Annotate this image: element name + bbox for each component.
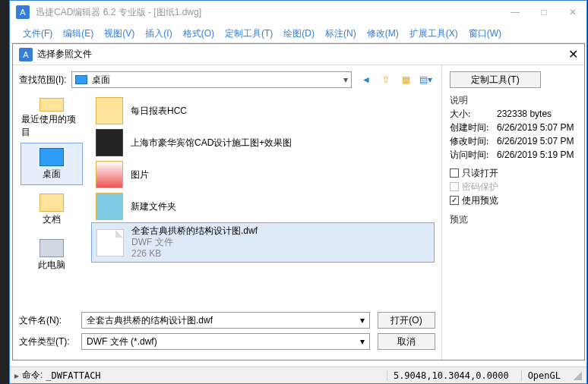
preview-title: 预览: [450, 213, 577, 226]
menu-window[interactable]: 窗口(W): [463, 24, 507, 42]
place-desktop-label: 桌面: [43, 168, 61, 181]
folder-icon: [96, 161, 123, 188]
filetype-value: DWF 文件 (*.dwf): [87, 335, 157, 348]
desktop-icon: [40, 148, 64, 166]
menu-file[interactable]: 文件(F): [17, 24, 58, 42]
file-name: 上海市豪华宾馆CAD设计施工图+效果图: [131, 137, 292, 149]
file-name: 图片: [131, 169, 149, 181]
place-this-pc-label: 此电脑: [38, 259, 65, 272]
menu-format[interactable]: 格式(O): [178, 24, 220, 42]
file-dialog: A 选择参照文件 ✕ 查找范围(I): 桌面 ▾ ◄ ⇧ ▦ ▤▾: [12, 43, 585, 360]
look-in-value: 桌面: [92, 74, 110, 87]
dialog-icon: A: [19, 48, 33, 61]
file-name: 每日报表HCC: [131, 105, 187, 117]
chevron-down-icon: ▾: [343, 74, 348, 85]
file-name: 全套古典拱桥的结构设计图.dwf: [131, 225, 258, 237]
place-recent-label: 最近使用的项目: [21, 113, 82, 139]
filename-value: 全套古典拱桥的结构设计图.dwf: [87, 314, 213, 327]
recent-icon: [40, 98, 64, 112]
checkbox-icon: [450, 182, 459, 191]
minimize-button[interactable]: —: [507, 7, 523, 17]
file-size: 226 KB: [131, 248, 258, 260]
command-value: _DWFATTACH: [46, 370, 100, 381]
readonly-checkbox[interactable]: 只读打开: [450, 166, 577, 180]
readonly-label: 只读打开: [462, 167, 498, 180]
back-icon[interactable]: ◄: [359, 73, 373, 87]
atime-value: 6/26/2019 5:19 PM: [497, 148, 574, 162]
chevron-down-icon: ▾: [360, 315, 365, 326]
chevron-down-icon: ▾: [360, 336, 365, 347]
app-icon: A: [16, 5, 30, 19]
ctime-value: 6/26/2019 5:07 PM: [497, 121, 574, 134]
documents-icon: [40, 194, 64, 212]
filetype-combo[interactable]: DWF 文件 (*.dwf)▾: [81, 333, 370, 350]
size-value: 232338 bytes: [497, 107, 552, 121]
new-folder-icon[interactable]: ▦: [399, 73, 413, 87]
window-title: 迅捷CAD编辑器 6.2 专业版 - [图纸1.dwg]: [36, 6, 507, 19]
place-recent[interactable]: 最近使用的项目: [21, 97, 83, 140]
preview-label: 使用预览: [462, 194, 498, 207]
place-desktop[interactable]: 桌面: [21, 143, 83, 185]
checkbox-icon: ✓: [450, 196, 459, 205]
ctime-label: 创建时间:: [450, 121, 492, 134]
places-bar: 最近使用的项目 桌面 文档 此电脑: [19, 94, 84, 305]
menu-modify[interactable]: 修改(M): [362, 24, 404, 42]
filename-label: 文件名(N):: [19, 314, 74, 327]
file-name: 新建文件夹: [131, 201, 176, 212]
maximize-button[interactable]: □: [536, 7, 552, 17]
pc-icon: [40, 239, 64, 257]
menu-view[interactable]: 视图(V): [99, 24, 140, 42]
menu-edit[interactable]: 编辑(E): [58, 24, 99, 42]
folder-icon: [96, 193, 123, 220]
command-label: 命令:: [22, 369, 43, 382]
file-list[interactable]: 每日报表HCC 上海市豪华宾馆CAD设计施工图+效果图 图片 新建文件夹 全套古…: [90, 94, 435, 305]
dialog-close-button[interactable]: ✕: [568, 47, 578, 61]
folder-icon: [96, 97, 123, 124]
cancel-button[interactable]: 取消: [378, 333, 435, 350]
side-panel: 定制工具(T) 说明 大小:232338 bytes 创建时间:6/26/201…: [441, 65, 584, 360]
filetype-label: 文件类型(T):: [19, 335, 74, 348]
menu-dimension[interactable]: 标注(N): [320, 24, 362, 42]
size-label: 大小:: [450, 107, 492, 121]
menu-insert[interactable]: 插入(I): [140, 24, 177, 42]
view-menu-icon[interactable]: ▤▾: [419, 73, 432, 87]
look-in-label: 查找范围(I):: [19, 74, 67, 87]
dialog-title: 选择参照文件: [37, 48, 568, 61]
close-button[interactable]: ✕: [565, 7, 580, 17]
title-bar: A 迅捷CAD编辑器 6.2 专业版 - [图纸1.dwg] — □ ✕: [10, 1, 586, 24]
status-bar: ▸命令: _DWFATTACH 5.9048,10.3044,0.0000 Op…: [10, 367, 586, 383]
chevron-right-icon: ▸: [14, 370, 19, 381]
mtime-value: 6/26/2019 5:07 PM: [497, 134, 574, 148]
up-icon[interactable]: ⇧: [379, 73, 393, 87]
menu-tools[interactable]: 定制工具(T): [220, 24, 278, 42]
folder-item[interactable]: 图片: [91, 159, 435, 190]
open-button[interactable]: 打开(O): [378, 312, 435, 329]
menu-bar: 文件(F) 编辑(E) 视图(V) 插入(I) 格式(O) 定制工具(T) 绘图…: [10, 24, 586, 43]
look-in-combo[interactable]: 桌面 ▾: [71, 71, 352, 88]
folder-item[interactable]: 每日报表HCC: [91, 95, 435, 127]
password-label: 密码保护: [462, 181, 498, 194]
resize-grip-icon[interactable]: [573, 371, 582, 380]
custom-tools-button[interactable]: 定制工具(T): [450, 71, 541, 88]
folder-item[interactable]: 上海市豪华宾馆CAD设计施工图+效果图: [91, 127, 435, 159]
menu-extend[interactable]: 扩展工具(X): [404, 24, 463, 42]
atime-label: 访问时间:: [450, 148, 492, 162]
desktop-icon: [75, 75, 87, 84]
menu-draw[interactable]: 绘图(D): [278, 24, 320, 42]
renderer: OpenGL: [521, 370, 567, 381]
file-item-selected[interactable]: 全套古典拱桥的结构设计图.dwfDWF 文件226 KB: [91, 222, 435, 263]
file-icon: [96, 229, 124, 257]
file-type: DWF 文件: [131, 237, 258, 248]
place-documents-label: 文档: [43, 213, 61, 226]
place-this-pc[interactable]: 此电脑: [21, 234, 83, 276]
mtime-label: 修改时间:: [450, 134, 492, 148]
info-title: 说明: [450, 94, 577, 107]
preview-checkbox[interactable]: ✓使用预览: [450, 194, 577, 207]
password-checkbox: 密码保护: [450, 180, 577, 194]
checkbox-icon: [450, 168, 459, 178]
filename-combo[interactable]: 全套古典拱桥的结构设计图.dwf▾: [81, 312, 370, 329]
folder-icon: [96, 129, 123, 156]
coordinates: 5.9048,10.3044,0.0000: [387, 370, 515, 381]
folder-item[interactable]: 新建文件夹: [91, 190, 435, 222]
place-documents[interactable]: 文档: [21, 188, 83, 231]
